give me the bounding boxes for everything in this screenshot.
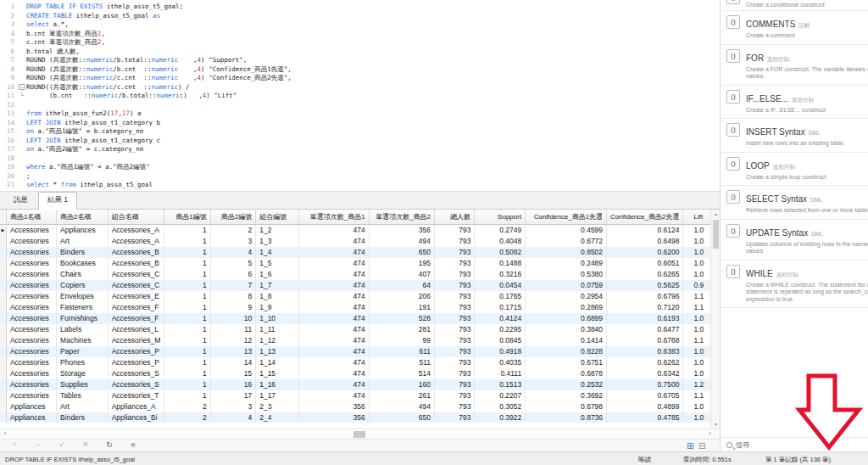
table-cell[interactable]: Fasteners: [57, 302, 108, 313]
table-cell[interactable]: 474: [299, 368, 369, 379]
row-selector[interactable]: [0, 379, 6, 390]
table-row[interactable]: AccessoriesLabelsAccessories_L1111_11474…: [0, 324, 720, 335]
column-header[interactable]: Support: [475, 210, 526, 224]
table-cell[interactable]: Accessories_C: [108, 269, 164, 280]
table-cell[interactable]: Accessories: [6, 324, 56, 335]
snippet-item-loop[interactable]: ()LOOP流程控制Create a simple loop construct: [721, 153, 868, 187]
table-row[interactable]: AppliancesBindersAppliances_Bi242_435665…: [0, 412, 720, 423]
table-cell[interactable]: 16: [210, 379, 256, 390]
table-cell[interactable]: 793: [435, 313, 475, 324]
table-cell[interactable]: 9: [210, 302, 256, 313]
table-cell[interactable]: 0.6751: [526, 357, 607, 368]
table-cell[interactable]: 17: [210, 390, 256, 401]
table-cell[interactable]: 0.1414: [526, 335, 607, 346]
table-cell[interactable]: 0.7500: [607, 379, 683, 390]
horizontal-scroll-thumb[interactable]: [353, 431, 365, 438]
sql-editor[interactable]: 1DROP TABLE IF EXISTS ithelp_asso_t5_goa…: [0, 0, 720, 191]
table-cell[interactable]: 356: [299, 412, 369, 423]
table-cell[interactable]: 7: [210, 280, 256, 291]
table-row[interactable]: AccessoriesEnvelopesAccessories_E181_847…: [0, 291, 720, 302]
column-header[interactable]: 商品1名稱: [6, 210, 56, 224]
table-cell[interactable]: 0.4899: [607, 401, 683, 412]
table-row[interactable]: AccessoriesCopiersAccessories_C171_74746…: [0, 280, 720, 291]
table-row[interactable]: AccessoriesSuppliesAccessories_S1161_164…: [0, 379, 720, 390]
table-row[interactable]: AccessoriesStorageAccessories_S1151_1547…: [0, 368, 720, 379]
table-cell[interactable]: 0.3840: [526, 324, 607, 335]
table-row[interactable]: AccessoriesBindersAccessories_B141_44746…: [0, 247, 720, 258]
table-row[interactable]: AppliancesArtAppliances_A232_33564947930…: [0, 401, 720, 412]
table-cell[interactable]: 0.6124: [607, 224, 683, 236]
table-cell[interactable]: 13: [210, 346, 256, 357]
table-cell[interactable]: 1_17: [256, 390, 299, 401]
table-cell[interactable]: Accessories_T: [108, 390, 164, 401]
table-cell[interactable]: Paper: [57, 346, 108, 357]
discard-changes-button[interactable]: ✕: [80, 440, 92, 449]
table-cell[interactable]: 1: [164, 280, 210, 291]
table-cell[interactable]: 0.1488: [475, 258, 526, 269]
table-row[interactable]: AccessoriesMachinesAccessories_M1121_124…: [0, 335, 720, 346]
fold-marker-icon[interactable]: −: [17, 83, 26, 92]
table-cell[interactable]: 0.4111: [475, 368, 526, 379]
table-cell[interactable]: Accessories: [6, 368, 56, 379]
table-cell[interactable]: Chairs: [57, 269, 108, 280]
table-row[interactable]: AccessoriesChairsAccessories_C161_647440…: [0, 269, 720, 280]
table-cell[interactable]: Accessories: [6, 247, 56, 258]
table-cell[interactable]: 793: [435, 236, 475, 247]
table-cell[interactable]: 0.6262: [607, 357, 683, 368]
table-cell[interactable]: Accessories: [6, 236, 56, 247]
table-cell[interactable]: Bookcases: [57, 258, 108, 269]
table-cell[interactable]: 0.4599: [526, 224, 607, 236]
table-cell[interactable]: Accessories_B: [108, 247, 164, 258]
table-cell[interactable]: Labels: [57, 324, 108, 335]
table-cell[interactable]: Accessories: [6, 379, 56, 390]
table-cell[interactable]: 0.3052: [475, 401, 526, 412]
table-cell[interactable]: 1: [164, 313, 210, 324]
table-cell[interactable]: 611: [369, 346, 434, 357]
table-cell[interactable]: 407: [369, 269, 434, 280]
table-cell[interactable]: Tables: [57, 390, 108, 401]
table-cell[interactable]: 1: [164, 247, 210, 258]
table-cell[interactable]: 0.1765: [475, 291, 526, 302]
table-cell[interactable]: 474: [299, 280, 369, 291]
row-selector[interactable]: [0, 269, 6, 280]
table-cell[interactable]: Phones: [57, 357, 108, 368]
delete-record-button[interactable]: −: [32, 440, 44, 449]
table-cell[interactable]: 474: [299, 335, 369, 346]
table-cell[interactable]: 1_9: [256, 302, 299, 313]
table-cell[interactable]: 281: [369, 324, 434, 335]
table-row[interactable]: AccessoriesFastenersAccessories_F191_947…: [0, 302, 720, 313]
table-cell[interactable]: 6: [210, 269, 256, 280]
apply-changes-button[interactable]: ✓: [56, 440, 68, 449]
table-cell[interactable]: Machines: [57, 335, 108, 346]
table-cell[interactable]: 0.2207: [475, 390, 526, 401]
current-row-marker[interactable]: ▶: [0, 224, 6, 236]
table-cell[interactable]: 1: [164, 224, 210, 236]
table-row[interactable]: AccessoriesPaperAccessories_P1131_134746…: [0, 346, 720, 357]
table-cell[interactable]: Accessories: [6, 224, 56, 236]
table-cell[interactable]: 1: [164, 302, 210, 313]
column-header[interactable]: 商品1編號: [164, 210, 210, 224]
table-cell[interactable]: 793: [435, 291, 475, 302]
table-cell[interactable]: 1: [164, 379, 210, 390]
table-cell[interactable]: 0.5082: [475, 247, 526, 258]
table-cell[interactable]: 0.6342: [607, 368, 683, 379]
table-cell[interactable]: 1_13: [256, 346, 299, 357]
table-cell[interactable]: 206: [369, 291, 434, 302]
table-cell[interactable]: 0.8736: [526, 412, 607, 423]
table-cell[interactable]: Accessories: [6, 302, 56, 313]
table-cell[interactable]: 474: [299, 324, 369, 335]
table-cell[interactable]: 0.1715: [475, 302, 526, 313]
table-cell[interactable]: 474: [299, 346, 369, 357]
table-cell[interactable]: 0.1513: [475, 379, 526, 390]
snippet-item-if-else[interactable]: ()IF...ELSE...流程控制Create a IF...ELSE... …: [721, 86, 868, 120]
table-cell[interactable]: 0.0759: [526, 280, 607, 291]
table-cell[interactable]: 0.6498: [607, 236, 683, 247]
table-cell[interactable]: 0.6477: [607, 324, 683, 335]
table-cell[interactable]: 474: [299, 390, 369, 401]
table-cell[interactable]: Accessories_S: [108, 379, 164, 390]
column-header[interactable]: 組合名稱: [108, 210, 164, 224]
table-cell[interactable]: Accessories_B: [108, 258, 164, 269]
table-cell[interactable]: 0.3692: [526, 390, 607, 401]
table-cell[interactable]: 1_3: [256, 236, 299, 247]
table-cell[interactable]: 3: [210, 236, 256, 247]
